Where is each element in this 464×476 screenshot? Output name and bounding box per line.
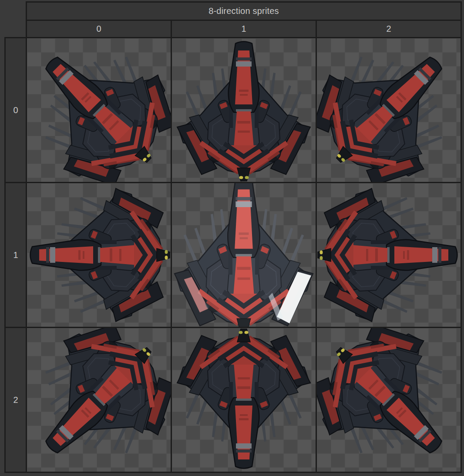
sprite-sheet-table: 8-direction sprites 0 1 2 0 1 2 <box>4 1 462 473</box>
corner-gap <box>5 2 27 38</box>
ship-sprite <box>317 38 461 182</box>
ship-sprite <box>27 38 171 182</box>
sheet-title: 8-direction sprites <box>27 2 461 20</box>
ship-sprite <box>27 183 171 327</box>
row-header-1: 1 <box>5 183 27 328</box>
sprite-cell-r0-c1 <box>171 38 316 183</box>
ship-sprite <box>172 38 316 182</box>
sprite-cell-r0-c0 <box>27 38 171 183</box>
row-header-2: 2 <box>5 328 27 473</box>
sprite-cell-r2-c1 <box>171 328 316 473</box>
sprite-cell-r0-c2 <box>316 38 461 183</box>
sprite-cell-r1-c0 <box>27 183 171 328</box>
sprite-cell-r2-c0 <box>27 328 171 473</box>
sprite-cell-r1-c1 <box>171 183 316 328</box>
ship-sprite <box>172 328 316 472</box>
column-header-1: 1 <box>171 20 316 38</box>
ship-sprite <box>317 183 461 327</box>
column-header-0: 0 <box>27 20 171 38</box>
sprite-cell-r1-c2 <box>316 183 461 328</box>
column-header-2: 2 <box>316 20 461 38</box>
ship-sprite-source-render <box>172 183 316 327</box>
ship-sprite <box>27 328 171 472</box>
sprite-cell-r2-c2 <box>316 328 461 473</box>
ship-sprite <box>317 328 461 472</box>
row-header-0: 0 <box>5 38 27 183</box>
